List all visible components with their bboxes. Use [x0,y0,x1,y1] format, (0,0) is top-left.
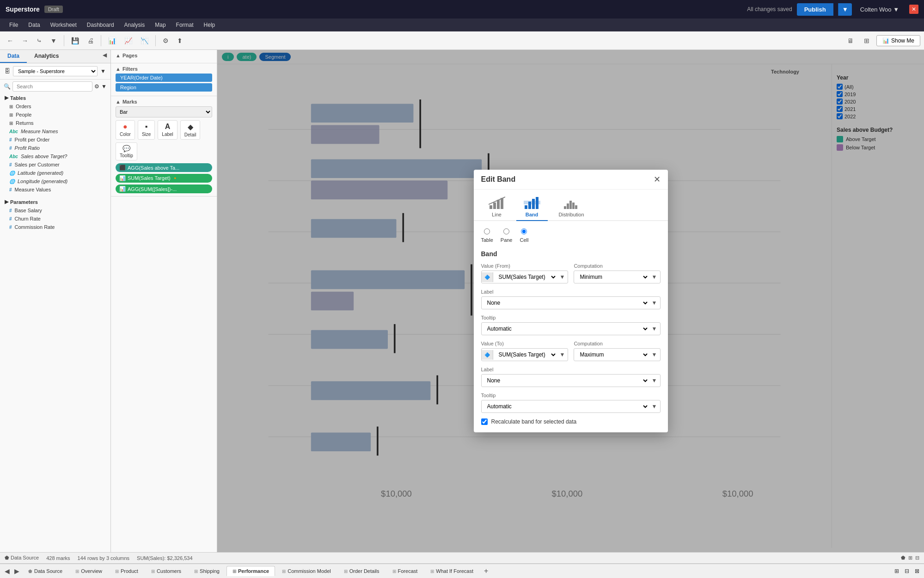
scope-pane-radio[interactable] [503,228,509,234]
tab-action-icon-1[interactable]: ⊞ [893,566,901,576]
chart3-button[interactable]: 📉 [137,35,152,46]
status-icon-2[interactable]: ⊞ [908,555,912,561]
tab-forecast[interactable]: ⊞ Forecast [386,566,424,576]
search-filter-icon[interactable]: ⚙ [94,83,99,90]
user-name[interactable]: Colten Woo ▼ [860,6,899,13]
filters-title[interactable]: ▲ Filters [116,66,212,72]
tab-nav-right[interactable]: ▶ [12,566,21,576]
data-source-dropdown-icon[interactable]: ▼ [100,68,106,74]
scope-cell-radio[interactable] [521,228,527,234]
tooltip-from-select[interactable]: Automatic None [482,323,649,335]
marks-title[interactable]: ▲ Marks [116,99,212,105]
menu-file[interactable]: File [5,20,23,30]
recalculate-checkbox[interactable] [481,418,488,425]
search-input[interactable] [12,81,92,92]
save-button[interactable]: 💾 [68,35,82,46]
table-returns[interactable]: ⊞ Returns [0,119,110,127]
tab-action-icon-3[interactable]: ⊠ [913,566,921,576]
scope-table-radio[interactable] [484,228,490,234]
add-tab-button[interactable]: + [480,565,492,577]
show-me-button[interactable]: 📊 Show Me [876,35,920,46]
tab-commission-model[interactable]: ⊞ Commission Model [276,566,337,576]
param-commission-rate[interactable]: # Commission Rate [0,223,110,231]
tooltip-from-arrow-icon[interactable]: ▼ [649,323,660,334]
marks-type-select[interactable]: Bar Line Circle [116,106,212,117]
status-icon-1[interactable]: ⬟ [901,555,906,561]
field-sales-above-target[interactable]: Abc Sales above Target? [0,152,110,160]
redo2-button[interactable]: ⤷ [33,35,45,46]
panel-collapse-button[interactable]: ◀ [99,50,110,63]
param-base-salary[interactable]: # Base Salary [0,206,110,215]
publish-dropdown-button[interactable]: ▼ [838,3,852,16]
tab-what-if-forecast[interactable]: ⊞ What If Forecast [424,566,479,576]
computation-from-select[interactable]: Minimum Maximum Average [574,271,649,283]
field-longitude[interactable]: 🌐 Longitude (generated) [0,177,110,185]
value-to-select[interactable]: SUM(Sales Target) [493,349,557,361]
field-latitude[interactable]: 🌐 Latitude (generated) [0,169,110,177]
label-to-select[interactable]: None Value [482,375,649,387]
field-measure-names[interactable]: Abc Measure Names [0,127,110,135]
computation-to-arrow-icon[interactable]: ▼ [649,349,660,360]
tab-product[interactable]: ⊞ Product [109,566,144,576]
tooltip-to-arrow-icon[interactable]: ▼ [649,401,660,412]
undo-button[interactable]: ← [4,35,17,46]
filter-region[interactable]: Region [116,83,212,92]
publish-button[interactable]: Publish [797,3,833,16]
value-to-arrow-icon[interactable]: ▼ [557,349,568,360]
menu-dashboard[interactable]: Dashboard [82,20,119,30]
field-sales-per-customer[interactable]: # Sales per Customer [0,160,110,169]
tab-performance[interactable]: ⊞ Performance [226,566,275,576]
redo-button[interactable]: → [18,35,31,46]
marks-pill-sum-target[interactable]: 📊 SUM(Sales Target) 🔸 [116,174,212,183]
modal-tab-band[interactable]: Band [516,193,548,221]
modal-close-button[interactable]: ✕ [654,175,661,184]
marks-label-button[interactable]: A Label [158,120,177,140]
view-button[interactable]: 🖥 [844,35,857,46]
parameters-group[interactable]: ▶ Parameters [0,197,110,206]
dropdown-button[interactable]: ▼ [47,35,60,46]
filter-button[interactable]: ⚙ [159,35,172,46]
modal-tab-distribution[interactable]: Distribution [551,193,592,221]
menu-help[interactable]: Help [199,20,220,30]
tab-overview[interactable]: ⊞ Overview [69,566,108,576]
scope-cell[interactable]: Cell [520,228,529,243]
print-button[interactable]: 🖨 [84,35,97,46]
computation-from-arrow-icon[interactable]: ▼ [649,271,660,283]
pages-title[interactable]: ▲ Pages [116,53,212,58]
label-from-arrow-icon[interactable]: ▼ [649,297,660,308]
marks-pill-agg-sales[interactable]: ⬛ AGG(Sales above Ta... [116,163,212,172]
param-churn-rate[interactable]: # Churn Rate [0,215,110,223]
label-to-arrow-icon[interactable]: ▼ [649,375,660,386]
window-close-button[interactable]: ✕ [909,5,918,14]
chart-button[interactable]: 📊 [105,35,119,46]
tab-shipping[interactable]: ⊞ Shipping [188,566,226,576]
search-sort-icon[interactable]: ▼ [101,83,107,90]
menu-analysis[interactable]: Analysis [120,20,150,30]
status-icon-3[interactable]: ⊟ [915,555,919,561]
value-from-arrow-icon[interactable]: ▼ [557,271,568,283]
value-from-select[interactable]: SUM(Sales Target) [493,271,557,283]
field-profit-per-order[interactable]: # Profit per Order [0,135,110,144]
marks-pill-agg-sum[interactable]: 📊 AGG(SUM([Sales])-... [116,184,212,193]
filter-year[interactable]: YEAR(Order Date) [116,74,212,82]
modal-tab-line[interactable]: Line [481,193,513,221]
tab-data-source[interactable]: ⬟ Data Source [22,566,68,576]
field-profit-ratio[interactable]: # Profit Ratio [0,144,110,152]
marks-detail-button[interactable]: ◆ Detail [180,120,201,140]
table-orders[interactable]: ⊞ Orders [0,102,110,111]
tooltip-to-select[interactable]: Automatic None [482,400,649,412]
menu-map[interactable]: Map [150,20,170,30]
tab-action-icon-2[interactable]: ⊟ [903,566,911,576]
field-measure-values[interactable]: # Measure Values [0,185,110,194]
tab-customers[interactable]: ⊞ Customers [145,566,187,576]
marks-size-button[interactable]: ▪ Size [138,120,155,140]
label-from-select[interactable]: None Value [482,297,649,309]
computation-to-select[interactable]: Maximum Minimum Average [574,349,649,361]
chart2-button[interactable]: 📈 [121,35,135,46]
grid-button[interactable]: ⊞ [861,35,873,46]
menu-format[interactable]: Format [171,20,198,30]
tab-nav-left[interactable]: ◀ [3,566,12,576]
tables-group[interactable]: ▶ Tables [0,93,110,102]
tab-data[interactable]: Data [0,50,27,63]
table-people[interactable]: ⊞ People [0,111,110,119]
